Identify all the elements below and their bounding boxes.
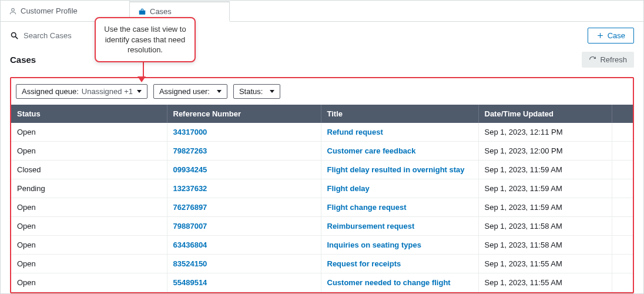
col-extra-header	[612, 105, 633, 123]
ref-link[interactable]: 79827263	[173, 146, 207, 155]
svg-rect-1	[139, 10, 146, 14]
cell-ref: 79827263	[167, 142, 321, 161]
filter-label: Assigned user:	[159, 87, 210, 96]
table-row[interactable]: Pending13237632Flight delaySep 1, 2023, …	[11, 179, 633, 198]
chevron-down-icon	[217, 90, 222, 93]
help-callout-text: Use the case list view to identify cases…	[104, 25, 186, 54]
table-row[interactable]: Open79827263Customer care feedbackSep 1,…	[11, 142, 633, 161]
filter-assigned-queue[interactable]: Assigned queue: Unassigned +1	[16, 84, 147, 99]
table-row[interactable]: Open34317000Refund requestSep 1, 2023, 1…	[11, 123, 633, 142]
cell-status: Open	[11, 217, 167, 236]
person-icon	[9, 7, 17, 15]
title-link[interactable]: Request for receipts	[327, 259, 401, 268]
cell-status: Open	[11, 123, 167, 142]
cell-ref: 76276897	[167, 198, 321, 217]
table-row[interactable]: Open55489514Customer needed to change fl…	[11, 273, 633, 292]
ref-link[interactable]: 09934245	[173, 165, 207, 174]
table-row[interactable]: Open76276897Flight change requestSep 1, …	[11, 198, 633, 217]
filter-assigned-user[interactable]: Assigned user:	[153, 84, 227, 99]
filter-value: Unassigned +1	[82, 87, 133, 96]
case-list-highlight: Assigned queue: Unassigned +1 Assigned u…	[10, 77, 634, 293]
chevron-down-icon	[270, 90, 274, 93]
cell-extra	[612, 217, 633, 236]
ref-link[interactable]: 34317000	[173, 128, 207, 136]
svg-point-0	[12, 8, 15, 11]
cell-ref: 34317000	[167, 123, 321, 142]
title-link[interactable]: Flight delay	[327, 184, 370, 193]
ref-link[interactable]: 63436804	[173, 240, 207, 249]
cell-status: Open	[11, 236, 167, 255]
cell-date: Sep 1, 2023, 11:58 AM	[478, 236, 612, 255]
table-row[interactable]: Open83524150Request for receiptsSep 1, 2…	[11, 255, 633, 273]
new-case-button[interactable]: Case	[588, 28, 634, 44]
cell-extra	[612, 142, 633, 161]
ref-link[interactable]: 83524150	[173, 259, 207, 268]
title-link[interactable]: Customer care feedback	[327, 146, 416, 155]
table-row[interactable]: Open79887007Reimbursement requestSep 1, …	[11, 217, 633, 236]
table-row[interactable]: Closed09934245Flight delay resulted in o…	[11, 161, 633, 179]
cell-date: Sep 1, 2023, 11:59 AM	[478, 179, 612, 198]
svg-line-3	[15, 36, 18, 39]
cell-ref: 79887007	[167, 217, 321, 236]
cell-date: Sep 1, 2023, 12:00 PM	[478, 142, 612, 161]
title-link[interactable]: Reimbursement request	[327, 222, 415, 230]
cell-ref: 83524150	[167, 255, 321, 273]
col-title-header[interactable]: Title	[321, 105, 478, 123]
cell-date: Sep 1, 2023, 11:59 AM	[478, 161, 612, 179]
cell-status: Pending	[11, 179, 167, 198]
cell-extra	[612, 255, 633, 273]
ref-link[interactable]: 79887007	[173, 222, 207, 230]
search-icon	[10, 31, 19, 40]
col-status-header[interactable]: Status	[11, 105, 167, 123]
cell-extra	[612, 179, 633, 198]
cell-extra	[612, 123, 633, 142]
cell-title: Refund request	[321, 123, 478, 142]
help-callout: Use the case list view to identify cases…	[95, 17, 196, 62]
cell-ref: 09934245	[167, 161, 321, 179]
cell-title: Customer needed to change flight	[321, 273, 478, 292]
filter-label: Status:	[239, 87, 263, 96]
title-link[interactable]: Flight change request	[327, 203, 407, 212]
app-window: Use the case list view to identify cases…	[0, 0, 644, 294]
cell-status: Open	[11, 255, 167, 273]
cell-extra	[612, 236, 633, 255]
title-link[interactable]: Flight delay resulted in overnight stay	[327, 165, 465, 174]
table-header-row: Status Reference Number Title Date/Time …	[11, 105, 633, 123]
cell-title: Reimbursement request	[321, 217, 478, 236]
title-link[interactable]: Inquiries on seating types	[327, 240, 421, 249]
cell-title: Request for receipts	[321, 255, 478, 273]
tab-label: Cases	[150, 7, 172, 16]
cell-date: Sep 1, 2023, 11:55 AM	[478, 273, 612, 292]
cell-extra	[612, 198, 633, 217]
page-title: Cases	[10, 55, 36, 65]
cell-date: Sep 1, 2023, 12:11 PM	[478, 123, 612, 142]
cell-title: Flight delay resulted in overnight stay	[321, 161, 478, 179]
cell-ref: 55489514	[167, 273, 321, 292]
col-ref-header[interactable]: Reference Number	[167, 105, 321, 123]
table-row[interactable]: Open63436804Inquiries on seating typesSe…	[11, 236, 633, 255]
ref-link[interactable]: 13237632	[173, 184, 207, 193]
cell-title: Flight change request	[321, 198, 478, 217]
ref-link[interactable]: 76276897	[173, 203, 207, 212]
title-link[interactable]: Refund request	[327, 128, 383, 136]
cell-date: Sep 1, 2023, 11:55 AM	[478, 255, 612, 273]
col-date-header[interactable]: Date/Time Updated	[478, 105, 612, 123]
cell-status: Open	[11, 142, 167, 161]
cell-status: Open	[11, 198, 167, 217]
briefcase-icon	[138, 8, 146, 16]
cell-date: Sep 1, 2023, 11:58 AM	[478, 217, 612, 236]
plus-icon	[596, 32, 604, 39]
filter-status[interactable]: Status:	[233, 84, 280, 99]
filter-bar: Assigned queue: Unassigned +1 Assigned u…	[11, 84, 633, 105]
cell-ref: 13237632	[167, 179, 321, 198]
cases-table: Status Reference Number Title Date/Time …	[11, 105, 633, 292]
ref-link[interactable]: 55489514	[173, 278, 207, 287]
title-link[interactable]: Customer needed to change flight	[327, 278, 451, 287]
cell-status: Open	[11, 273, 167, 292]
tab-label: Customer Profile	[21, 6, 78, 15]
refresh-icon	[589, 56, 596, 64]
filter-label: Assigned queue:	[22, 87, 79, 96]
svg-point-2	[12, 33, 16, 38]
refresh-button[interactable]: Refresh	[582, 52, 634, 68]
refresh-label: Refresh	[600, 55, 627, 64]
